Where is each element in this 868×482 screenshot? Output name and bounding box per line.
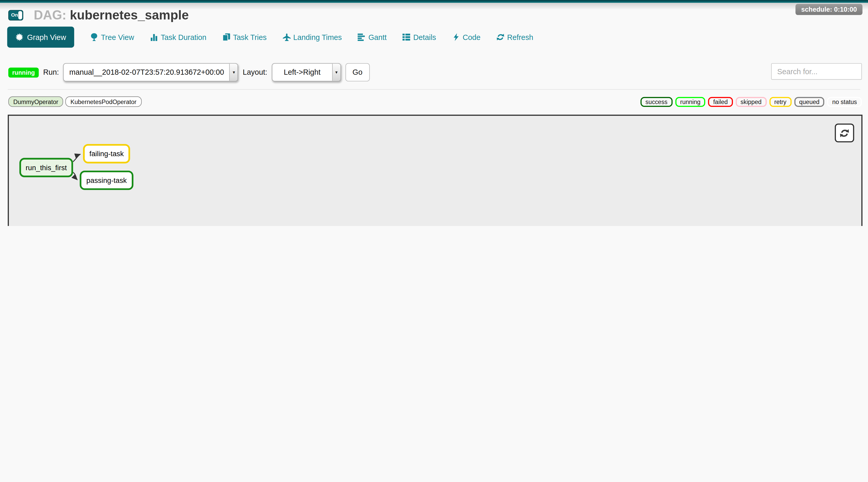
status-legend: success running failed skipped retry que… bbox=[640, 97, 862, 107]
status-success: success bbox=[640, 97, 672, 107]
schedule-badge: schedule: 0:10:00 bbox=[796, 4, 863, 15]
top-navbar bbox=[0, 0, 868, 3]
edge-run_this_first-failing-task bbox=[73, 154, 81, 162]
list-icon bbox=[403, 33, 410, 41]
run-controls: running Run: manual__2018-02-07T23:57:20… bbox=[8, 63, 370, 81]
bolt-icon bbox=[452, 33, 460, 41]
toggle-knob bbox=[18, 11, 22, 20]
dag-title-prefix: DAG: bbox=[34, 8, 66, 22]
dag-graph-canvas[interactable]: run_this_first failing-task passing-task bbox=[8, 115, 863, 226]
status-running: running bbox=[675, 97, 706, 107]
tab-label: Graph View bbox=[27, 33, 66, 41]
layout-select-value: Left->Right bbox=[272, 64, 332, 81]
run-select-value: manual__2018-02-07T23:57:20.913672+00:00 bbox=[64, 64, 229, 81]
airflow-graph-view-page: schedule: 0:10:00 On DAG: kubernetes_sam… bbox=[0, 0, 868, 226]
chevron-down-icon: ▼ bbox=[229, 64, 238, 81]
tab-details[interactable]: Details bbox=[403, 33, 436, 41]
tab-gantt[interactable]: Gantt bbox=[358, 33, 386, 41]
tab-tree-view[interactable]: Tree View bbox=[91, 33, 134, 41]
refresh-icon bbox=[496, 33, 504, 41]
tab-refresh[interactable]: Refresh bbox=[496, 33, 533, 41]
tree-icon bbox=[91, 33, 98, 41]
layout-label: Layout: bbox=[243, 68, 267, 77]
view-tabs: Graph View Tree View Task Duration Task … bbox=[7, 27, 533, 48]
edge-run_this_first-passing-task bbox=[73, 172, 77, 180]
run-label: Run: bbox=[43, 68, 59, 77]
divider bbox=[8, 89, 860, 90]
tab-label: Refresh bbox=[507, 33, 533, 41]
graph-refresh-button[interactable] bbox=[835, 123, 854, 143]
tab-landing-times[interactable]: Landing Times bbox=[283, 33, 342, 41]
go-button[interactable]: Go bbox=[345, 63, 370, 81]
refresh-icon bbox=[840, 128, 849, 138]
page-title: DAG: kubernetes_sample bbox=[34, 8, 189, 23]
task-node-failing-task[interactable]: failing-task bbox=[83, 144, 130, 163]
search-input[interactable] bbox=[771, 63, 862, 80]
legend-operator-kubernetespodoperator: KubernetesPodOperator bbox=[66, 96, 142, 107]
tab-graph-view[interactable]: Graph View bbox=[7, 27, 74, 48]
status-retry: retry bbox=[769, 97, 791, 107]
certificate-icon bbox=[16, 33, 23, 41]
dag-run-status-badge: running bbox=[8, 67, 39, 77]
status-queued: queued bbox=[794, 97, 825, 107]
duplicate-icon bbox=[222, 33, 230, 41]
tab-label: Gantt bbox=[368, 33, 387, 41]
dag-edges bbox=[9, 116, 861, 226]
dag-pause-toggle[interactable]: On bbox=[8, 10, 23, 21]
status-failed: failed bbox=[708, 97, 733, 107]
tab-task-duration[interactable]: Task Duration bbox=[150, 33, 206, 41]
task-node-run_this_first[interactable]: run_this_first bbox=[20, 158, 73, 177]
plane-icon bbox=[283, 33, 290, 41]
status-skipped: skipped bbox=[736, 97, 766, 107]
tab-label: Task Tries bbox=[233, 33, 267, 41]
task-node-passing-task[interactable]: passing-task bbox=[80, 171, 133, 190]
tab-label: Landing Times bbox=[293, 33, 342, 41]
page-header: On DAG: kubernetes_sample bbox=[8, 8, 189, 23]
tab-task-tries[interactable]: Task Tries bbox=[222, 33, 267, 41]
align-left-icon bbox=[358, 33, 366, 41]
dag-name: kubernetes_sample bbox=[70, 8, 189, 22]
run-select[interactable]: manual__2018-02-07T23:57:20.913672+00:00… bbox=[63, 63, 238, 81]
tab-label: Details bbox=[413, 33, 436, 41]
tab-label: Code bbox=[463, 33, 480, 41]
layout-select[interactable]: Left->Right ▼ bbox=[272, 63, 341, 81]
tab-code[interactable]: Code bbox=[452, 33, 480, 41]
tab-label: Tree View bbox=[101, 33, 134, 41]
status-no-status: no status bbox=[827, 97, 862, 107]
tab-label: Task Duration bbox=[161, 33, 206, 41]
legend-row: DummyOperator KubernetesPodOperator succ… bbox=[8, 96, 862, 107]
chevron-down-icon: ▼ bbox=[332, 64, 340, 81]
legend-operator-dummyoperator: DummyOperator bbox=[8, 96, 63, 107]
bar-chart-icon bbox=[150, 33, 158, 41]
